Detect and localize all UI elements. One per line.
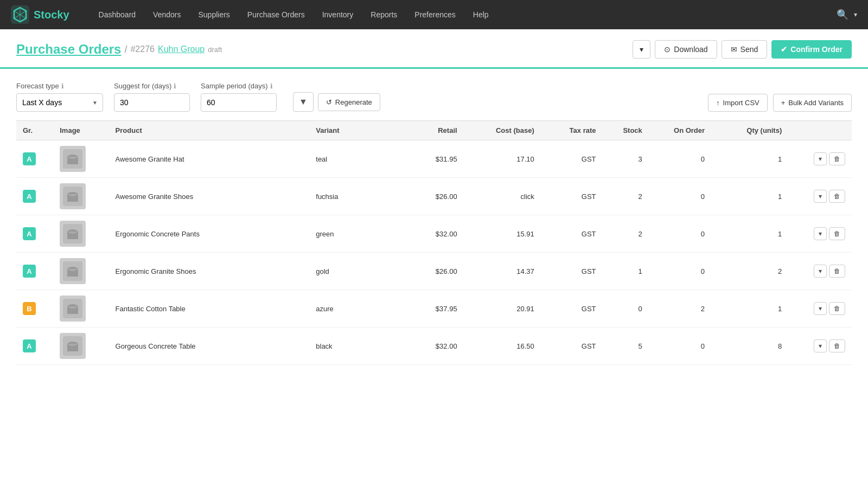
delete-row-button[interactable]: 🗑	[829, 265, 845, 278]
nav-suppliers[interactable]: Suppliers	[190, 6, 237, 23]
row-onorder: 0	[649, 253, 711, 290]
row-cost: 16.50	[464, 328, 541, 365]
logo[interactable]: Stocky	[11, 5, 69, 24]
row-stock: 2	[603, 215, 649, 253]
row-cost: 17.10	[464, 140, 541, 178]
sample-info-icon[interactable]: ℹ	[270, 82, 273, 90]
suggest-group: Suggest for (days) ℹ	[114, 82, 190, 112]
qty-dropdown-button[interactable]: ▾	[814, 265, 827, 278]
row-cost: 20.91	[464, 290, 541, 328]
search-icon[interactable]: 🔍	[837, 9, 848, 21]
sample-group: Sample period (days) ℹ	[201, 82, 277, 112]
table-body: A Awesome Granite Hat teal $31.95 17.10 …	[16, 140, 852, 365]
row-retail: $32.00	[402, 215, 464, 253]
table-header: Gr. Image Product Variant Retail Cost (b…	[16, 121, 852, 140]
row-tax: GST	[541, 328, 603, 365]
filter-row: Forecast type ℹ Last X days Suggest for …	[0, 69, 868, 120]
col-header-stock: Stock	[603, 121, 649, 140]
order-number: #2276	[130, 44, 155, 54]
row-action-buttons: ▾ 🗑	[795, 265, 845, 278]
row-onorder: 0	[649, 178, 711, 215]
nav-purchase-orders[interactable]: Purchase Orders	[240, 6, 312, 23]
sample-input[interactable]	[201, 93, 277, 112]
products-table: Gr. Image Product Variant Retail Cost (b…	[16, 120, 852, 365]
delete-row-button[interactable]: 🗑	[829, 339, 845, 352]
forecast-group: Forecast type ℹ Last X days	[16, 82, 103, 112]
row-cost: click	[464, 178, 541, 215]
download-icon: ⊙	[664, 45, 671, 54]
product-image	[60, 296, 86, 322]
sample-label: Sample period (days) ℹ	[201, 82, 277, 90]
table-row: A Awesome Granite Shoes fuchsia $26.00 c…	[16, 178, 852, 215]
table-row: A Ergonomic Concrete Pants green $32.00 …	[16, 215, 852, 253]
delete-row-button[interactable]: 🗑	[829, 227, 845, 240]
row-action-buttons: ▾ 🗑	[795, 227, 845, 240]
row-qty: 1	[711, 178, 788, 215]
nav-dashboard[interactable]: Dashboard	[91, 6, 144, 23]
row-group: A	[16, 215, 53, 253]
row-qty: 8	[711, 328, 788, 365]
row-variant: azure	[309, 290, 402, 328]
delete-row-button[interactable]: 🗑	[829, 190, 845, 203]
row-retail: $26.00	[402, 253, 464, 290]
col-header-retail: Retail	[402, 121, 464, 140]
table-row: B Fantastic Cotton Table azure $37.95 20…	[16, 290, 852, 328]
row-cost: 14.37	[464, 253, 541, 290]
group-badge: B	[23, 302, 36, 315]
product-image	[60, 221, 86, 247]
row-retail: $31.95	[402, 140, 464, 178]
row-tax: GST	[541, 140, 603, 178]
nav-vendors[interactable]: Vendors	[145, 6, 188, 23]
nav-help[interactable]: Help	[465, 6, 496, 23]
forecast-info-icon[interactable]: ℹ	[61, 82, 64, 90]
row-stock: 1	[603, 253, 649, 290]
suggest-info-icon[interactable]: ℹ	[174, 82, 176, 90]
row-actions-cell: ▾ 🗑	[788, 178, 852, 215]
row-stock: 3	[603, 140, 649, 178]
row-image	[53, 178, 108, 215]
row-qty: 1	[711, 215, 788, 253]
row-image	[53, 215, 108, 253]
delete-row-button[interactable]: 🗑	[829, 302, 845, 315]
suggest-input[interactable]	[114, 93, 190, 112]
dropdown-button[interactable]: ▾	[633, 40, 650, 59]
nav-user-dropdown[interactable]: ▾	[854, 11, 857, 18]
suggest-label: Suggest for (days) ℹ	[114, 82, 190, 90]
send-icon: ✉	[731, 45, 737, 54]
forecast-select[interactable]: Last X days	[16, 93, 103, 112]
confirm-order-button[interactable]: ✔ Confirm Order	[771, 40, 852, 59]
qty-dropdown-button[interactable]: ▾	[814, 152, 827, 165]
col-header-tax: Tax rate	[541, 121, 603, 140]
qty-dropdown-button[interactable]: ▾	[814, 190, 827, 203]
filter-button[interactable]: ▼	[293, 92, 314, 112]
send-button[interactable]: ✉ Send	[722, 40, 768, 59]
row-variant: gold	[309, 253, 402, 290]
refresh-icon: ↺	[326, 98, 332, 106]
nav-inventory[interactable]: Inventory	[315, 6, 361, 23]
download-button[interactable]: ⊙ Download	[655, 40, 717, 59]
row-cost: 15.91	[464, 215, 541, 253]
filter-icon: ▼	[299, 97, 308, 106]
delete-row-button[interactable]: 🗑	[829, 152, 845, 165]
qty-dropdown-button[interactable]: ▾	[814, 339, 827, 352]
nav-reports[interactable]: Reports	[363, 6, 405, 23]
row-actions-cell: ▾ 🗑	[788, 290, 852, 328]
qty-dropdown-button[interactable]: ▾	[814, 302, 827, 315]
row-qty: 1	[711, 290, 788, 328]
right-actions: ↑ Import CSV + Bulk Add Variants	[708, 94, 852, 112]
draft-badge: draft	[208, 46, 222, 54]
forecast-select-wrapper: Last X days	[16, 93, 103, 112]
regenerate-button[interactable]: ↺ Regenerate	[318, 93, 380, 111]
row-onorder: 2	[649, 290, 711, 328]
supplier-link[interactable]: Kuhn Group	[158, 44, 205, 54]
qty-dropdown-button[interactable]: ▾	[814, 227, 827, 240]
table-row: A Awesome Granite Hat teal $31.95 17.10 …	[16, 140, 852, 178]
nav-right: 🔍 ▾	[837, 9, 857, 21]
row-product: Awesome Granite Hat	[109, 140, 310, 178]
bulk-add-button[interactable]: + Bulk Add Variants	[773, 94, 852, 112]
nav-preferences[interactable]: Preferences	[407, 6, 463, 23]
row-variant: teal	[309, 140, 402, 178]
row-retail: $37.95	[402, 290, 464, 328]
row-group: A	[16, 140, 53, 178]
import-csv-button[interactable]: ↑ Import CSV	[708, 94, 768, 112]
